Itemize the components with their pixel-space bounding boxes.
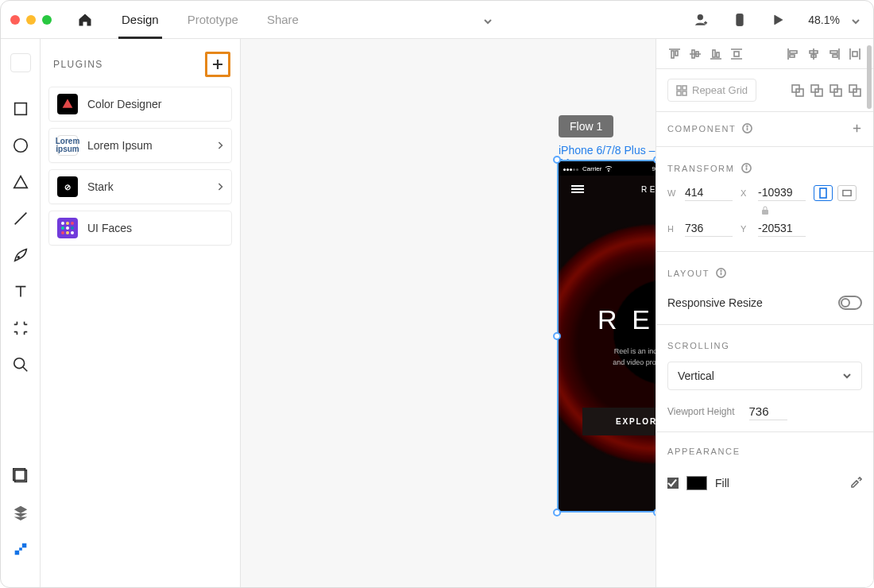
plugin-lorem-ipsum[interactable]: Loremipsum Lorem Ipsum (48, 128, 232, 163)
scrolling-select[interactable]: Vertical (667, 362, 862, 390)
component-label: COMPONENT (667, 124, 736, 133)
tool-ellipse[interactable] (11, 136, 30, 155)
window-minimize[interactable] (26, 15, 36, 25)
distribute-h-icon[interactable] (848, 47, 862, 61)
invite-button[interactable] (690, 9, 713, 31)
scrollbar[interactable] (867, 45, 872, 109)
tool-text[interactable] (11, 282, 30, 301)
lock-icon (760, 206, 770, 215)
align-right-icon[interactable] (827, 47, 841, 61)
menu-icon (571, 184, 584, 195)
resize-handle-sw[interactable] (553, 509, 561, 516)
play-icon (770, 12, 786, 28)
tool-zoom[interactable] (11, 355, 30, 374)
bool-exclude-icon[interactable] (848, 83, 862, 98)
align-bottom-icon[interactable] (709, 47, 723, 61)
tab-design[interactable]: Design (110, 1, 170, 39)
scrolling-label: SCROLLING (667, 341, 729, 350)
y-field[interactable]: -20531 (758, 220, 806, 237)
distribute-v-icon[interactable] (729, 47, 744, 61)
plugin-icon: ⊘ (57, 176, 78, 197)
chevron-right-icon (217, 182, 223, 191)
align-center-icon[interactable] (806, 47, 821, 61)
tool-rectangle[interactable] (11, 99, 30, 118)
resize-handle-nw[interactable] (553, 156, 561, 164)
orientation-landscape[interactable] (837, 185, 857, 201)
inspector-panel: Repeat Grid COMPONENT TRANSFORM (656, 39, 873, 587)
align-left-icon[interactable] (786, 47, 800, 61)
add-component-icon[interactable] (852, 123, 862, 133)
x-field[interactable]: -10939 (758, 184, 806, 201)
repeat-grid-button[interactable]: Repeat Grid (667, 79, 756, 102)
plugin-icon: Loremipsum (57, 135, 78, 156)
tool-pen[interactable] (11, 246, 30, 265)
zoom-level[interactable]: 48.1% (800, 14, 843, 26)
orientation-portrait[interactable] (814, 185, 833, 201)
tool-select[interactable] (10, 53, 31, 72)
fill-swatch[interactable] (686, 476, 707, 490)
window-maximize[interactable] (42, 15, 52, 25)
panel-layers[interactable] (11, 503, 30, 522)
canvas[interactable]: Flow 1 iPhone 6/7/8 Plus – 11 Carrier 9:… (241, 39, 656, 587)
align-tools (656, 39, 873, 69)
plugin-ui-faces[interactable]: UI Faces (48, 211, 232, 246)
bool-union-icon[interactable] (791, 83, 805, 98)
window-close[interactable] (10, 15, 20, 25)
svg-point-6 (17, 257, 19, 258)
artboard-icon (12, 319, 29, 337)
artboard[interactable]: Carrier 9:41 AM 42% REEL REEL (559, 161, 656, 511)
status-carrier: Carrier (582, 165, 601, 172)
svg-rect-31 (790, 51, 797, 53)
svg-rect-44 (677, 91, 681, 95)
fill-checkbox[interactable] (667, 478, 679, 489)
plugins-panel-title: PLUGINS (53, 59, 103, 70)
flow-label[interactable]: Flow 1 (559, 115, 613, 137)
panel-plugins[interactable] (11, 540, 30, 559)
text-icon (12, 283, 29, 300)
align-top-icon[interactable] (667, 47, 682, 61)
phone-icon (732, 12, 748, 28)
tool-line[interactable] (11, 209, 30, 228)
bool-intersect-icon[interactable] (829, 83, 843, 98)
info-icon[interactable] (716, 268, 726, 278)
plugin-stark[interactable]: ⊘ Stark (48, 169, 232, 204)
titlebar: Design Prototype Share 48.1% (1, 1, 873, 39)
svg-point-0 (698, 14, 703, 20)
viewport-height-field[interactable]: 736 (749, 403, 787, 420)
viewport-height-row: Viewport Height 736 (656, 400, 873, 432)
appearance-section-head: APPEARANCE (656, 432, 873, 464)
document-menu[interactable] (483, 15, 493, 25)
svg-point-12 (608, 170, 609, 172)
lock-aspect[interactable] (667, 206, 862, 215)
bool-subtract-icon[interactable] (810, 83, 824, 98)
home-button[interactable] (66, 1, 104, 39)
tab-share[interactable]: Share (256, 1, 310, 39)
device-preview-button[interactable] (729, 9, 751, 31)
zoom-menu[interactable] (851, 15, 860, 25)
tab-prototype[interactable]: Prototype (176, 1, 249, 39)
align-middle-icon[interactable] (688, 47, 702, 61)
svg-rect-32 (790, 55, 795, 57)
svg-rect-25 (713, 50, 715, 57)
orientation-toggle (814, 185, 862, 201)
play-button[interactable] (767, 9, 789, 31)
magnifier-icon (12, 356, 29, 373)
user-plus-icon (694, 12, 710, 28)
responsive-resize-toggle[interactable] (838, 296, 862, 310)
plugin-name: Color Designer (87, 98, 161, 110)
plugins-icon (12, 540, 29, 558)
width-field[interactable]: 414 (685, 184, 733, 201)
add-plugin-button[interactable] (205, 52, 230, 77)
height-field[interactable]: 736 (685, 220, 733, 237)
info-icon[interactable] (741, 163, 752, 173)
svg-point-65 (721, 270, 721, 271)
assets-icon (12, 467, 29, 485)
panel-assets[interactable] (11, 466, 30, 485)
resize-handle-w[interactable] (553, 332, 561, 340)
tool-polygon[interactable] (11, 172, 30, 191)
info-icon[interactable] (742, 123, 752, 133)
plugin-color-designer[interactable]: Color Designer (48, 87, 232, 122)
layers-icon (12, 504, 29, 521)
tool-artboard[interactable] (11, 319, 30, 338)
eyedropper-button[interactable] (849, 475, 862, 490)
